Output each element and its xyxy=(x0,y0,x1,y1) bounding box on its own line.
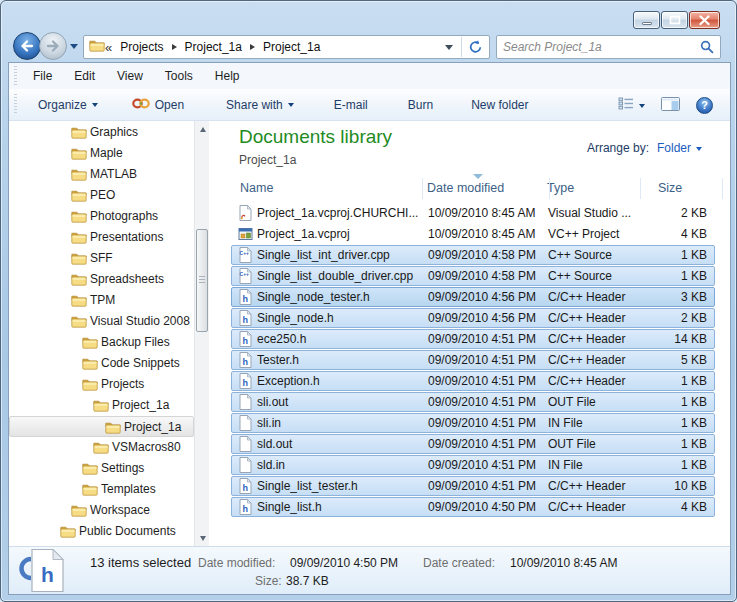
sidebar-item-sff[interactable]: SFF xyxy=(9,248,194,269)
sidebar-item-vsmacros80[interactable]: VSMacros80 xyxy=(9,437,194,458)
sidebar-item-maple[interactable]: Maple xyxy=(9,143,194,164)
toolbar-new-folder[interactable]: New folder xyxy=(463,93,536,117)
column-separator[interactable] xyxy=(422,178,423,199)
cpp-file-icon: C++ xyxy=(238,268,253,289)
file-row-sli-out[interactable]: sli.out09/09/2010 4:51 PMOUT File1 KB xyxy=(231,392,715,412)
breadcrumb-separator-icon[interactable] xyxy=(250,44,255,50)
sidebar-item-presentations[interactable]: Presentations xyxy=(9,227,194,248)
file-row-sld-out[interactable]: sld.out09/09/2010 4:51 PMOUT File1 KB xyxy=(231,434,715,454)
folder-icon[interactable] xyxy=(89,39,105,55)
chevron-down-icon xyxy=(92,103,98,107)
sidebar-item-label: Templates xyxy=(101,479,156,500)
file-row-sli-in[interactable]: sli.in09/09/2010 4:51 PMIN File1 KB xyxy=(231,413,715,433)
sidebar-item-settings[interactable]: Settings xyxy=(9,458,194,479)
file-row-project-1a-vcproj[interactable]: Project_1a.vcproj10/09/2010 8:45 AMVC++ … xyxy=(231,224,715,244)
date-modified-label: Date modified: xyxy=(198,556,275,570)
file-row-project-1a-vcproj-churchi[interactable]: Project_1a.vcproj.CHURCHI...10/09/2010 8… xyxy=(231,203,715,223)
h-file-icon: h xyxy=(238,499,253,520)
toolbar-share-with[interactable]: Share with xyxy=(218,93,302,117)
sidebar-item-visual-studio-2008[interactable]: Visual Studio 2008 xyxy=(9,311,194,332)
file-size: 10 KB xyxy=(674,477,707,495)
file-name: Tester.h xyxy=(257,351,425,369)
preview-pane-button[interactable] xyxy=(658,93,683,118)
svg-text:h: h xyxy=(243,483,249,493)
breadcrumb-item-projects-0[interactable]: Projects xyxy=(118,40,165,54)
column-header-date-modified[interactable]: Date modified xyxy=(427,181,504,195)
sidebar-item-public-documents[interactable]: Public Documents xyxy=(9,521,194,542)
minimize-button[interactable] xyxy=(633,11,660,29)
arrange-by-value[interactable]: Folder xyxy=(657,141,702,155)
sidebar-item-spreadsheets[interactable]: Spreadsheets xyxy=(9,269,194,290)
column-separator[interactable] xyxy=(549,178,550,199)
search-icon[interactable] xyxy=(700,40,714,54)
file-row-single-list-int-driver-cpp[interactable]: C++Single_list_int_driver.cpp09/09/2010 … xyxy=(231,245,715,265)
address-dropdown-icon[interactable] xyxy=(445,45,453,50)
sidebar-item-tpm[interactable]: TPM xyxy=(9,290,194,311)
file-row-single-node-tester-h[interactable]: hSingle_node_tester.h09/09/2010 4:56 PMC… xyxy=(231,287,715,307)
sidebar-item-workspace[interactable]: Workspace xyxy=(9,500,194,521)
sidebar-item-label: Public Documents xyxy=(79,521,176,542)
refresh-button[interactable] xyxy=(462,36,489,58)
back-button[interactable] xyxy=(13,32,41,60)
sidebar-scrollbar[interactable] xyxy=(194,121,209,546)
sidebar-item-templates[interactable]: Templates xyxy=(9,479,194,500)
column-header-name[interactable]: Name xyxy=(240,181,273,195)
breadcrumb-item-project-1a-1[interactable]: Project_1a xyxy=(183,40,244,54)
breadcrumb-separator-icon[interactable] xyxy=(172,44,177,50)
file-row-ece250-h[interactable]: hece250.h09/09/2010 4:51 PMC/C++ Header1… xyxy=(231,329,715,349)
sidebar-item-project-1a[interactable]: Project_1a xyxy=(9,416,194,437)
breadcrumb-item-project-1a-2[interactable]: Project_1a xyxy=(261,40,322,54)
recent-pages-dropdown[interactable] xyxy=(70,44,78,49)
help-button[interactable]: ? xyxy=(693,93,716,118)
menu-edit[interactable]: Edit xyxy=(64,66,105,86)
sidebar-item-photographs[interactable]: Photographs xyxy=(9,206,194,227)
menu-file[interactable]: File xyxy=(23,66,62,86)
file-row-exception-h[interactable]: hException.h09/09/2010 4:51 PMC/C++ Head… xyxy=(231,371,715,391)
column-separator[interactable] xyxy=(722,178,723,199)
address-bar[interactable]: «ProjectsProject_1aProject_1a xyxy=(83,35,490,59)
sidebar-item-label: TPM xyxy=(90,290,115,311)
toolbar-e-mail[interactable]: E-mail xyxy=(326,93,376,117)
scrollbar-thumb[interactable] xyxy=(196,229,208,332)
toolbar-organize[interactable]: Organize xyxy=(30,93,106,117)
file-name: Single_list_int_driver.cpp xyxy=(257,246,425,264)
menu-help[interactable]: Help xyxy=(205,66,250,86)
column-header-type[interactable]: Type xyxy=(547,181,574,195)
sidebar-item-label: Graphics xyxy=(90,122,138,143)
arrange-by-control[interactable]: Arrange by: Folder xyxy=(587,141,702,155)
sidebar-item-projects[interactable]: Projects xyxy=(9,374,194,395)
file-row-tester-h[interactable]: hTester.h09/09/2010 4:51 PMC/C++ Header5… xyxy=(231,350,715,370)
sidebar-item-backup-files[interactable]: Backup Files xyxy=(9,332,194,353)
sidebar-item-project-1a[interactable]: Project_1a xyxy=(9,395,194,416)
menu-tools[interactable]: Tools xyxy=(155,66,203,86)
file-date-modified: 10/09/2010 8:45 AM xyxy=(428,204,535,222)
sidebar-item-code-snippets[interactable]: Code Snippets xyxy=(9,353,194,374)
breadcrumb-root-chevron[interactable]: « xyxy=(105,40,112,55)
svg-text:h: h xyxy=(243,357,249,367)
sidebar-item-matlab[interactable]: MATLAB xyxy=(9,164,194,185)
scrollbar-down-button[interactable] xyxy=(195,530,210,546)
list-view-button[interactable] xyxy=(615,93,648,117)
file-date-modified: 09/09/2010 4:56 PM xyxy=(428,309,536,327)
sidebar-item-graphics[interactable]: Graphics xyxy=(9,122,194,143)
column-header-size[interactable]: Size xyxy=(658,181,682,195)
minimize-icon xyxy=(642,22,652,25)
scrollbar-up-button[interactable] xyxy=(195,121,210,137)
close-button[interactable] xyxy=(689,11,720,29)
sidebar-item-label: Presentations xyxy=(90,227,163,248)
toolbar-open[interactable]: Open xyxy=(124,92,192,118)
restore-button[interactable] xyxy=(661,11,688,29)
selection-stack-icon: h xyxy=(15,548,69,597)
file-row-sld-in[interactable]: sld.in09/09/2010 4:51 PMIN File1 KB xyxy=(231,455,715,475)
column-separator[interactable] xyxy=(640,178,641,199)
sidebar-item-label: Project_1a xyxy=(112,395,169,416)
file-row-single-node-h[interactable]: hSingle_node.h09/09/2010 4:56 PMC/C++ He… xyxy=(231,308,715,328)
sidebar-item-peo[interactable]: PEO xyxy=(9,185,194,206)
file-row-single-list-double-driver-cpp[interactable]: C++Single_list_double_driver.cpp09/09/20… xyxy=(231,266,715,286)
file-row-single-list-tester-h[interactable]: hSingle_list_tester.h09/09/2010 4:51 PMC… xyxy=(231,476,715,496)
toolbar-burn[interactable]: Burn xyxy=(400,93,441,117)
search-input[interactable] xyxy=(503,40,700,54)
menu-view[interactable]: View xyxy=(107,66,153,86)
file-row-single-list-h[interactable]: hSingle_list.h09/09/2010 4:50 PMC/C++ He… xyxy=(231,497,715,517)
forward-button[interactable] xyxy=(39,32,67,60)
